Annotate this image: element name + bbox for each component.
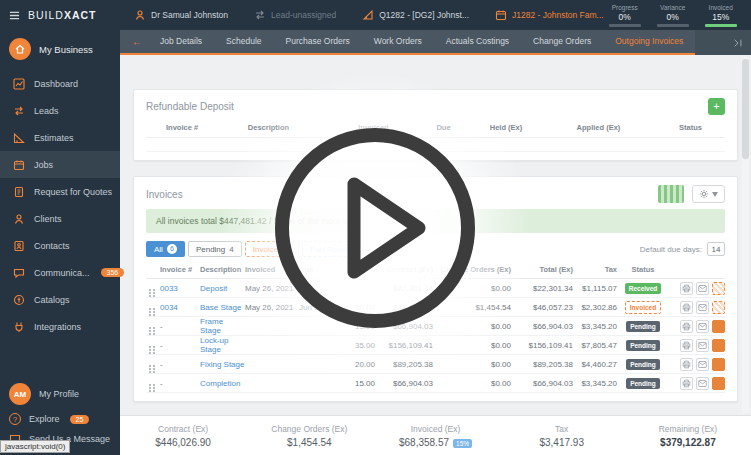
job-tab[interactable]: Change Orders	[521, 30, 603, 53]
job-tab[interactable]: Actuals Costings	[434, 30, 521, 53]
drag-handle-icon[interactable]	[146, 303, 160, 312]
stat-value: 0%	[652, 12, 694, 22]
default-due-days-input[interactable]	[707, 242, 725, 256]
job-tab[interactable]: Work Orders	[362, 30, 434, 53]
print-button[interactable]	[680, 358, 693, 371]
email-button[interactable]	[696, 301, 709, 314]
invoice-summary-bar: Contract (Ex) $446,026.90 Change Orders …	[120, 415, 751, 455]
sidebar-item-explore[interactable]: ? Explore 25	[0, 409, 120, 429]
invoice-description-link[interactable]: Lock-up Stage	[200, 336, 245, 354]
sidebar-item-jobs[interactable]: Jobs	[0, 151, 120, 178]
drag-handle-icon[interactable]	[146, 322, 160, 331]
stat-progress-bar	[657, 24, 689, 27]
job-stats: Progress 0% Variance 0% Invoiced 15% Gro…	[604, 4, 751, 27]
sidebar-item-contacts[interactable]: Contacts	[0, 232, 120, 259]
invoice-color-swatch[interactable]	[712, 358, 725, 371]
sidebar-item-dashboard[interactable]: Dashboard	[0, 70, 120, 97]
sidebar-item-communications[interactable]: Communica... 356	[0, 259, 120, 286]
drag-handle-icon[interactable]	[146, 360, 160, 369]
catalogs-icon	[13, 294, 25, 306]
column-header: Invoice #	[146, 123, 206, 132]
summary-label: Remaining (Ex)	[625, 424, 751, 434]
invoice-color-swatch[interactable]	[712, 301, 725, 314]
summary-value: $1,454.54	[287, 437, 332, 448]
status-badge: Pending	[626, 359, 660, 370]
invoice-filter-chip[interactable]: Pending 4	[188, 241, 242, 257]
total-ex-value: $46,057.23	[511, 303, 573, 312]
estimates-icon	[13, 132, 25, 144]
sidebar-item-request-for-quotes[interactable]: Request for Quotes	[0, 178, 120, 205]
print-button[interactable]	[680, 320, 693, 333]
unread-count-badge: 356	[101, 268, 125, 277]
invoice-number-link[interactable]: 0034	[160, 303, 200, 312]
invoice-row[interactable]: - Completion 15.00 $66,904.03 $0.00 $66,…	[146, 374, 725, 393]
vertical-scrollbar[interactable]	[742, 57, 749, 413]
invoice-color-swatch[interactable]	[712, 282, 725, 295]
print-button[interactable]	[680, 282, 693, 295]
email-button[interactable]	[696, 320, 709, 333]
job-tab[interactable]: Outgoing Invoices	[603, 30, 695, 53]
invoice-description-link[interactable]: Base Stage	[200, 303, 245, 312]
breadcrumb-job[interactable]: J1282 - Johnston Fam...	[495, 9, 604, 21]
job-tab[interactable]: Schedule	[214, 30, 273, 53]
jobs-icon	[13, 159, 25, 171]
invoice-number-link[interactable]: 0033	[160, 284, 200, 293]
sidebar-item-leads[interactable]: Leads	[0, 97, 120, 124]
invoice-color-swatch[interactable]	[712, 339, 725, 352]
summary-value: $379,122.87	[660, 437, 716, 448]
breadcrumb-lead[interactable]: Lead-unassigned	[254, 9, 336, 21]
drag-handle-icon[interactable]	[146, 341, 160, 350]
invoice-number-link[interactable]: -	[160, 360, 200, 369]
summary-value: $68,358.57	[399, 437, 449, 448]
invoice-row[interactable]: - Lock-up Stage 35.00 $156,109.41 $0.00 …	[146, 336, 725, 355]
chip-label: Pending	[196, 245, 225, 254]
print-button[interactable]	[680, 301, 693, 314]
print-button[interactable]	[680, 339, 693, 352]
sidebar-item-integrations[interactable]: Integrations	[0, 313, 120, 340]
invoice-row[interactable]: - Fixing Stage 20.00 $89,205.38 $0.00 $8…	[146, 355, 725, 374]
invoice-color-swatch[interactable]	[712, 377, 725, 390]
breadcrumb-estimate[interactable]: Q1282 - [DG2] Johnst...	[362, 9, 469, 21]
invoice-number-link[interactable]: -	[160, 341, 200, 350]
email-button[interactable]	[696, 377, 709, 390]
invoice-description-link[interactable]: Fixing Stage	[200, 360, 245, 369]
sidebar-item-estimates[interactable]: Estimates	[0, 124, 120, 151]
status-cell: Invoiced	[617, 301, 669, 314]
invoice-filter-chip[interactable]: All 6	[146, 241, 185, 257]
sidebar-item-label: Request for Quotes	[34, 187, 112, 197]
job-stat: Progress 0%	[604, 4, 646, 27]
job-tab[interactable]: Job Details	[148, 30, 214, 53]
drag-handle-icon[interactable]	[146, 284, 160, 293]
hamburger-menu-icon[interactable]	[9, 10, 20, 21]
status-cell: Pending	[617, 340, 669, 351]
invoice-settings-button[interactable]	[692, 185, 725, 203]
breadcrumb-client[interactable]: Dr Samual Johnston	[134, 9, 228, 21]
collapse-right-icon[interactable]	[733, 38, 743, 48]
email-button[interactable]	[696, 339, 709, 352]
add-refundable-deposit-button[interactable]: +	[708, 98, 725, 115]
invoice-number-link[interactable]: -	[160, 322, 200, 331]
job-tab[interactable]: Purchase Orders	[274, 30, 362, 53]
communications-icon	[13, 267, 25, 279]
invoice-description-link[interactable]: Deposit	[200, 284, 245, 293]
scrollbar-thumb[interactable]	[742, 59, 749, 159]
topbar: BUILDXACT Dr Samual Johnston Lead-unassi…	[0, 0, 751, 30]
sidebar-item-clients[interactable]: Clients	[0, 205, 120, 232]
back-arrow-icon[interactable]: ←	[126, 36, 148, 47]
total-ex-value: $66,904.03	[511, 322, 573, 331]
invoice-description-link[interactable]: Completion	[200, 379, 245, 388]
invoice-color-swatch[interactable]	[712, 320, 725, 333]
email-button[interactable]	[696, 358, 709, 371]
invoice-number-link[interactable]: -	[160, 379, 200, 388]
stat-progress-bar	[705, 24, 737, 27]
drag-handle-icon[interactable]	[146, 379, 160, 388]
total-ex-value: $156,109.41	[511, 341, 573, 350]
stat-label: Variance	[652, 4, 694, 11]
sidebar-item-catalogs[interactable]: Catalogs	[0, 286, 120, 313]
invoice-description-link[interactable]: Frame Stage	[200, 317, 245, 335]
email-button[interactable]	[696, 282, 709, 295]
sidebar-item-my-business[interactable]: My Business	[0, 30, 120, 70]
sidebar-item-my-profile[interactable]: AM My Profile	[0, 379, 120, 409]
print-button[interactable]	[680, 377, 693, 390]
play-button-icon[interactable]	[268, 121, 482, 335]
